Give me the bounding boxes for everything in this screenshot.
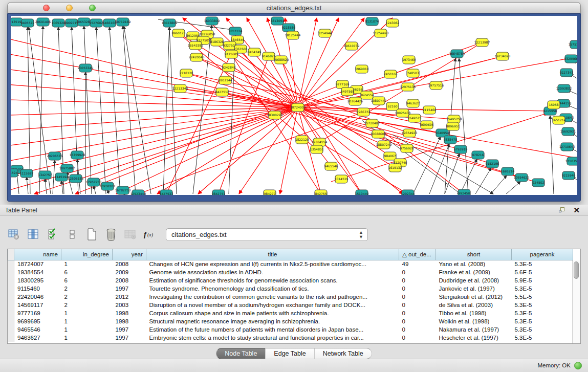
graph-node[interactable]: 16023809 xyxy=(162,19,178,27)
graph-node-selected[interactable]: 6497568 xyxy=(341,87,355,96)
network-edge[interactable] xyxy=(45,179,47,194)
graph-node[interactable]: 6793919 xyxy=(454,145,468,154)
graph-node-selected[interactable]: 1651214 xyxy=(552,116,566,124)
table-cell[interactable]: 9777169 xyxy=(14,309,61,317)
column-header-in_degree[interactable]: in_degree xyxy=(61,249,113,260)
graph-node[interactable]: 7857224 xyxy=(229,27,243,35)
table-cell[interactable]: 0 xyxy=(399,268,436,276)
table-cell[interactable]: 0 xyxy=(399,334,436,342)
graph-node[interactable]: 12093832 xyxy=(556,84,572,93)
graph-node-selected[interactable]: 842755 xyxy=(315,190,327,195)
table-cell[interactable]: 0 xyxy=(399,325,436,334)
graph-node[interactable]: 992450 xyxy=(458,189,470,195)
graph-node-selected[interactable]: 2450166 xyxy=(384,70,398,78)
graph-node-selected[interactable]: 9756928 xyxy=(400,144,414,152)
tab-network-table[interactable]: Network Table xyxy=(315,348,372,359)
graph-node[interactable]: 9338478 xyxy=(444,136,458,144)
table-cell[interactable]: 2009 xyxy=(113,268,146,276)
graph-node[interactable]: 1065328 xyxy=(52,19,66,27)
graph-node[interactable]: 17103554 xyxy=(565,157,577,165)
graph-node[interactable]: 15692931 xyxy=(560,127,576,136)
table-cell[interactable]: 0 xyxy=(399,276,436,285)
delete-table-icon[interactable] xyxy=(124,228,137,241)
graph-node[interactable]: 9215946 xyxy=(562,171,576,180)
close-panel-icon[interactable]: ✕ xyxy=(573,206,580,215)
network-edge[interactable] xyxy=(124,26,151,194)
table-cell[interactable]: Stergiakouli et al. (2012) xyxy=(436,293,512,301)
table-cell[interactable]: 49 xyxy=(399,260,436,268)
graph-node-selected[interactable]: 19610739 xyxy=(344,42,360,50)
graph-node-selected[interactable]: 8427512 xyxy=(215,88,229,96)
graph-node-selected[interactable]: 18300295 xyxy=(267,111,283,119)
table-cell[interactable]: Dudbridge et al. (2008) xyxy=(436,276,512,285)
graph-node[interactable]: 391594 xyxy=(11,169,18,177)
table-cell[interactable]: Structural magnetic resonance image aver… xyxy=(146,317,399,325)
table-cell[interactable]: 5.6E-5 xyxy=(512,268,573,276)
graph-node-selected[interactable]: 1354851 xyxy=(310,145,324,154)
graph-node[interactable]: 16648784 xyxy=(449,50,465,58)
network-edge[interactable] xyxy=(331,113,548,182)
graph-node-selected[interactable]: 8960123 xyxy=(172,29,186,37)
table-cell[interactable]: Changes of HCN gene expression and I(f) … xyxy=(146,260,399,268)
network-edge[interactable] xyxy=(298,107,362,194)
graph-node[interactable]: 16782753 xyxy=(115,186,131,194)
graph-node-selected[interactable]: 8454749 xyxy=(248,48,262,56)
table-cell[interactable]: Genome-wide association studies in ADHD. xyxy=(146,268,399,276)
table-row[interactable]: 1830029562008Estimation of significance … xyxy=(8,276,573,285)
graph-node-selected[interactable]: 748503 xyxy=(407,69,419,77)
graph-node-selected[interactable]: 10807447 xyxy=(371,97,387,105)
graph-node[interactable]: 8427533 xyxy=(160,190,173,195)
network-edge[interactable] xyxy=(459,58,468,194)
table-cell[interactable]: 2 xyxy=(61,293,113,301)
table-cell[interactable]: 2008 xyxy=(113,276,146,285)
table-cell[interactable]: 9115460 xyxy=(14,285,61,293)
network-edge[interactable] xyxy=(116,107,298,194)
graph-node[interactable]: 8131074 xyxy=(365,17,379,26)
table-row[interactable]: 1456911722003Disruption of a novel membe… xyxy=(8,301,573,309)
network-edge[interactable] xyxy=(27,177,28,194)
graph-node-selected[interactable]: 2649575 xyxy=(408,114,422,122)
graph-node-selected[interactable]: 22420046 xyxy=(189,53,205,61)
table-cell[interactable]: 5.3E-5 xyxy=(512,325,573,334)
network-edge[interactable] xyxy=(475,168,491,194)
table-cell[interactable]: Disruption of a novel member of a sodium… xyxy=(146,301,399,309)
graph-node-selected[interactable]: 8186328 xyxy=(210,38,224,46)
table-cell[interactable]: Nakamura et al. (1997) xyxy=(436,325,512,334)
graph-node[interactable]: 978216 xyxy=(472,151,484,159)
graph-node[interactable]: 1115687 xyxy=(20,169,34,178)
table-cell[interactable]: 6 xyxy=(61,276,113,285)
table-cell[interactable]: 0 xyxy=(399,285,436,293)
graph-node-selected[interactable]: 15688520 xyxy=(273,56,289,64)
graph-node[interactable]: 8813054 xyxy=(271,17,285,25)
graph-node-selected[interactable]: 1822120 xyxy=(295,136,309,144)
select-columns-icon[interactable] xyxy=(46,228,59,241)
table-scrollbar[interactable] xyxy=(572,260,580,343)
table-row[interactable]: 977716911998Corpus callosum shape and si… xyxy=(8,309,573,317)
graph-node-selected[interactable]: 1254944 xyxy=(318,29,332,37)
table-cell[interactable]: 5.3E-5 xyxy=(512,260,573,268)
network-edge[interactable] xyxy=(11,107,298,115)
table-row[interactable]: 946362711997Embryonic stem cells: a mode… xyxy=(8,334,573,342)
network-edge[interactable] xyxy=(96,27,106,194)
graph-node-selected[interactable]: 3624554 xyxy=(360,91,374,99)
graph-node[interactable]: 20206576 xyxy=(47,152,63,160)
table-cell[interactable]: Wolkin et al. (1998) xyxy=(436,317,512,325)
graph-node-selected[interactable]: 8096951 xyxy=(446,122,460,130)
table-cell[interactable]: 1997 xyxy=(113,285,146,293)
table-cell[interactable]: 1997 xyxy=(113,325,146,334)
network-edge[interactable] xyxy=(550,116,554,194)
graph-node[interactable]: 1527602 xyxy=(90,19,103,27)
table-cell[interactable]: Tourette syndrome. Phenomenology and cla… xyxy=(146,285,399,293)
graph-node-selected[interactable]: 18125444 xyxy=(285,31,301,39)
network-edge[interactable] xyxy=(429,144,449,194)
network-edge[interactable] xyxy=(61,181,63,194)
table-cell[interactable]: 9463627 xyxy=(14,334,61,342)
graph-node[interactable]: 10958107 xyxy=(100,182,116,190)
network-edge[interactable] xyxy=(94,186,96,194)
network-edge[interactable] xyxy=(413,137,441,194)
graph-node-selected[interactable]: 19654923 xyxy=(402,129,418,137)
column-header-year[interactable]: year xyxy=(113,249,146,260)
graph-node-selected[interactable]: 20364426 xyxy=(347,97,363,105)
table-cell[interactable]: Corpus callosum shape and size in male p… xyxy=(146,309,399,317)
delete-trash-icon[interactable] xyxy=(104,228,118,241)
